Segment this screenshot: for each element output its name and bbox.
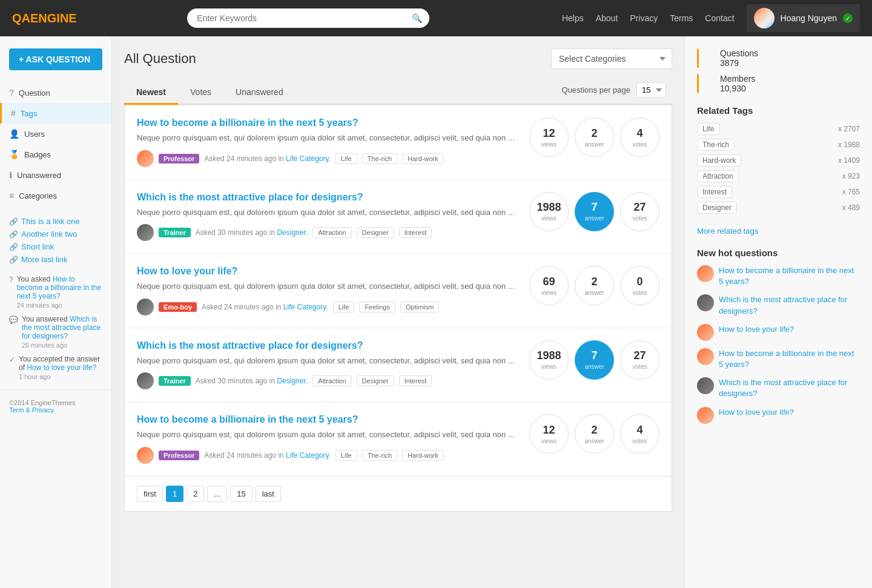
pagination-first[interactable]: first [137,486,163,502]
pagination-page-15[interactable]: 15 [230,486,252,502]
question-tag[interactable]: Designer [357,227,394,238]
tab-unanswered[interactable]: Unanswered [223,81,296,105]
question-tag[interactable]: Interest [399,375,432,386]
question-item: Which is the most attractive place for d… [125,328,672,403]
category-link[interactable]: Life Category. [286,154,331,163]
tab-newest[interactable]: Newest [124,81,178,105]
question-tag[interactable]: Interest [399,227,432,238]
votes-stat: 27 votes [620,192,659,231]
header: QAENGINE 🔍 Helps About Privacy Terms Con… [0,0,872,36]
question-meta: Professor Asked 24 minutes ago in Life C… [137,447,520,464]
more-tags-link[interactable]: More related tags [697,226,758,236]
tag-count: x 765 [842,188,860,196]
activity-link-3[interactable]: How to love your life? [27,363,96,372]
question-tag[interactable]: Attraction [312,227,351,238]
ask-question-button[interactable]: + ASK QUESTION [9,48,102,70]
question-tag[interactable]: The-rich [362,153,397,164]
nav-terms[interactable]: Terms [670,13,693,23]
nav-about[interactable]: About [596,13,618,23]
sidebar-item-users[interactable]: 👤 Users [0,124,111,144]
pagination-page-1[interactable]: 1 [166,486,183,502]
tag-name[interactable]: Attraction [697,170,739,182]
views-stat: 12 views [529,117,569,157]
hot-question-link[interactable]: How to become a billionaire in the next … [719,265,860,287]
pagination-page-2[interactable]: 2 [187,486,204,502]
sidebar: + ASK QUESTION ? Question # Tags 👤 Users [0,36,112,588]
sidebar-link-3[interactable]: 🔗 Short link [9,240,102,253]
search-icon: 🔍 [412,13,422,23]
category-link[interactable]: Designer. [277,228,308,237]
hot-question-link[interactable]: How to become a billionaire in the next … [719,348,860,370]
user-badge: Professor [159,154,199,164]
hot-question-link[interactable]: How to love your life? [719,407,794,418]
pagination-last[interactable]: last [256,486,281,502]
stats-row: Questions 3879 [697,48,860,68]
members-stat-label: Members [720,74,755,84]
sidebar-item-tags[interactable]: # Tags [0,103,111,124]
answers-count: 2 [591,424,597,437]
nav-privacy[interactable]: Privacy [630,13,658,23]
question-tag[interactable]: The-rich [362,450,397,461]
question-tag[interactable]: Life [335,153,357,164]
hot-question-link[interactable]: How to love your life? [719,324,794,335]
question-tag[interactable]: Life [333,302,355,312]
category-link[interactable]: Designer. [277,377,308,385]
views-label: views [541,438,557,444]
hot-question-link[interactable]: Which is the most attractive place for d… [719,294,860,316]
question-stats: 12 views 2 answer 4 votes [529,414,659,454]
question-tag[interactable]: Hard-work [402,450,444,461]
question-tag[interactable]: Optimism [400,302,439,312]
question-title[interactable]: Which is the most attractive place for d… [137,340,520,351]
answers-count: 7 [591,201,597,214]
sidebar-link-1[interactable]: 🔗 This is a link one [9,215,102,228]
tab-votes[interactable]: Votes [178,81,223,105]
question-tag[interactable]: Feelings [359,302,395,312]
hot-q-avatar [697,324,714,341]
question-title[interactable]: How to become a billionaire in the next … [137,117,520,128]
tag-name[interactable]: Life [697,123,719,135]
sidebar-item-unanswered[interactable]: ℹ Unanswered [0,165,111,185]
question-title[interactable]: How to become a billionaire in the next … [137,414,520,425]
answers-stat: 2 answer [575,117,614,157]
nav-contact[interactable]: Contact [705,13,734,23]
header-user[interactable]: Hoang Nguyen ✓ [747,4,860,32]
link-icon-1: 🔗 [9,217,18,226]
question-tag[interactable]: Life [335,450,357,461]
sidebar-link-2[interactable]: 🔗 Another link two [9,228,102,240]
per-page-select[interactable]: 15 25 50 [636,82,666,97]
tag-name[interactable]: Designer [697,202,737,214]
hot-question-link[interactable]: Which is the most attractive place for d… [719,377,860,399]
tag-name[interactable]: Interest [697,186,732,198]
sidebar-item-question[interactable]: ? Question [0,82,111,103]
category-link[interactable]: Life Category. [283,303,328,311]
sidebar-label-unanswered: Unanswered [17,171,61,180]
user-name: Hoang Nguyen [781,13,837,23]
views-count: 1988 [537,349,561,362]
nav-helps[interactable]: Helps [562,13,584,23]
hot-q-avatar [697,265,714,282]
sidebar-item-categories[interactable]: ≡ Categories [0,185,111,206]
footer-link[interactable]: Term & Privacy [9,406,54,414]
views-count: 12 [543,127,555,140]
tag-row: The-rich x 1988 [697,139,860,151]
question-title[interactable]: Which is the most attractive place for d… [137,192,520,203]
members-stat-divider [697,74,699,93]
answers-stat: 2 answer [575,414,614,454]
tag-name[interactable]: The-rich [697,139,735,151]
users-icon: 👤 [9,129,19,139]
activity-time-1: 24 minutes ago [17,302,102,309]
question-tag[interactable]: Hard-work [402,153,444,164]
category-select[interactable]: Select Categories [551,48,672,69]
sidebar-item-badges[interactable]: 🏅 Badges [0,144,111,165]
sidebar-link-4[interactable]: 🔗 More last link [9,253,102,266]
question-tag[interactable]: Attraction [312,375,351,386]
views-label: views [541,289,557,296]
question-title[interactable]: How to love your life? [137,266,520,277]
category-link[interactable]: Life Category. [286,451,331,460]
main-layout: + ASK QUESTION ? Question # Tags 👤 Users [0,36,872,588]
tag-name[interactable]: Hard-work [697,154,741,167]
search-input[interactable] [187,8,429,28]
votes-count: 27 [633,349,646,362]
question-tag[interactable]: Designer [357,375,394,386]
questions-stat: Questions 3879 [720,48,758,68]
